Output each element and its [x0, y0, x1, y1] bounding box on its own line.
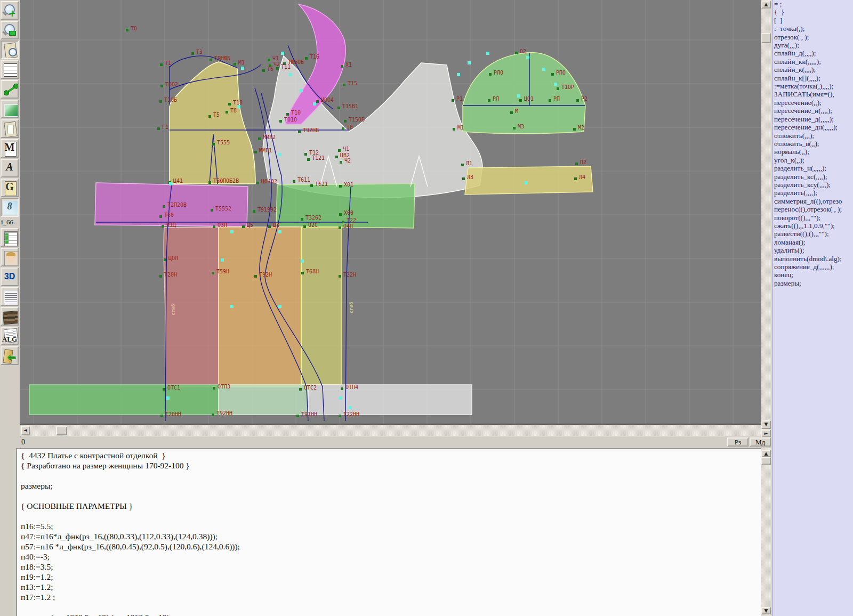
command-item[interactable]: конец; — [772, 271, 853, 279]
command-item[interactable]: выполнить(dmod\.alg); — [772, 255, 853, 263]
command-item[interactable]: удалить(); — [772, 246, 853, 254]
command-item[interactable]: разделить_ксу(,,,,); — [772, 181, 853, 189]
canvas-vscroll-thumb[interactable] — [761, 33, 771, 43]
fold-label: сгиб — [349, 302, 354, 313]
point-label: О3П — [218, 222, 227, 228]
command-item[interactable]: = ; — [772, 0, 853, 8]
command-item[interactable]: размеры; — [772, 279, 853, 287]
grid-button[interactable] — [1, 60, 19, 79]
command-item[interactable]: сплайн_к[](,,,,); — [772, 74, 853, 82]
scroll-down-icon: ▼ — [765, 608, 768, 613]
scroll-left-button[interactable]: ◄ — [21, 426, 30, 435]
point-label: Т611 — [297, 177, 310, 183]
pattern-piece-button[interactable] — [1, 119, 19, 138]
graphics-button[interactable]: G — [1, 179, 19, 197]
command-item[interactable]: разделить(,,,,); — [772, 189, 853, 197]
rz-button[interactable]: Рз — [727, 437, 749, 447]
command-item[interactable]: ломаная(); — [772, 238, 853, 246]
editor-vscroll-thumb[interactable] — [761, 457, 771, 465]
command-item[interactable]: отрезок( , ); — [772, 33, 853, 41]
marker-button[interactable]: M — [1, 139, 19, 158]
pattern-icon — [7, 125, 14, 134]
command-item[interactable]: отложить(,,,); — [772, 132, 853, 140]
command-item[interactable]: сопряжение_д(,,,,,,); — [772, 263, 853, 271]
preview-pattern-button[interactable] — [1, 40, 19, 59]
editor-line — [21, 471, 762, 481]
scroll-right-button[interactable]: ► — [761, 429, 771, 437]
editor-vertical-scrollbar[interactable]: ▲ ▼ — [761, 448, 771, 616]
algorithm-button[interactable]: ALG — [1, 327, 19, 345]
measure-button[interactable] — [1, 80, 19, 99]
command-item[interactable]: пересечение_дн(,,,,,); — [772, 123, 853, 131]
canvas-hscroll-thumb[interactable] — [56, 426, 67, 435]
pattern-canvas[interactable]: Т0Т3Т1ТЯНЮБМ1ТОО2Т1ОБТ18Т8Т5Г1Т555Ч1Ч2Т6… — [20, 0, 761, 425]
command-item[interactable]: пересечение_н(,,,,); — [772, 107, 853, 115]
segment-icon — [5, 85, 17, 94]
spec-list-button[interactable] — [1, 287, 19, 306]
command-item[interactable]: отложить_в(,,); — [772, 140, 853, 148]
command-item[interactable]: ЗАПИСАТЬ(имя=(), — [772, 90, 853, 98]
point-label: ТЮБОБ — [288, 59, 304, 65]
canvas-horizontal-scrollbar[interactable]: ◄ — [20, 425, 761, 436]
command-item[interactable]: [ ] — [772, 17, 853, 25]
point-label: ЦО1 — [524, 96, 534, 102]
editor-line: ппч_ж:=(пр_19*0.5+п19),(пр_18*0.5+п18); — [21, 612, 762, 616]
command-item[interactable]: пересечение_д(,,,,,); — [772, 115, 853, 123]
point-label: Т60 — [164, 212, 174, 218]
algorithm-editor[interactable]: { 4432 Платье с контрастной отделкой }{ … — [16, 448, 762, 616]
ruler-button[interactable]: 8 — [1, 198, 19, 217]
point-label: МИЛ2 — [263, 134, 276, 140]
point-label: Л1 — [466, 160, 472, 166]
editor-text: { 4432 Платье с контрастной отделкой }{ … — [17, 449, 762, 616]
editor-scroll-down-button[interactable]: ▼ — [761, 607, 771, 614]
command-item[interactable]: перенос((),отрезок( , ); — [772, 205, 853, 213]
md-button[interactable]: Мд — [750, 437, 771, 447]
command-item[interactable]: симметрия_л((),отрезо — [772, 197, 853, 205]
editor-line: п19:=1.2; — [21, 572, 762, 582]
green-rect-glyph — [9, 31, 16, 36]
scroll-up-button[interactable]: ▲ — [761, 1, 771, 9]
editor-line: п57:=п16 *л_фнк(рз_16,((80,0.45),(92,0.5… — [21, 541, 762, 552]
command-item[interactable]: сплайн_д(,,,,); — [772, 49, 853, 57]
zoom-window-button[interactable] — [1, 21, 19, 39]
point-label: Т621 — [315, 181, 328, 187]
command-item[interactable]: :=точка(,); — [772, 25, 853, 33]
zoom-in-button[interactable]: + — [1, 1, 19, 20]
command-item[interactable]: разделить_кс(,,,,); — [772, 173, 853, 181]
point-label: Т1 — [165, 60, 171, 66]
command-item[interactable]: поворот((),,,""); — [772, 214, 853, 222]
exit-button[interactable]: ⇐ — [1, 346, 19, 365]
scroll-down-button[interactable]: ▼ — [761, 420, 771, 429]
command-item[interactable]: дуга(,,,); — [772, 41, 853, 49]
point-label: П2 — [580, 159, 586, 165]
command-item[interactable]: угол_к(,,); — [772, 156, 853, 164]
point-label: Л4 — [579, 174, 585, 180]
editor-scroll-up-button[interactable]: ▲ — [761, 450, 771, 457]
editor-line: п47:=п16*л_фнк(рз_16,((80,0.33),(112,0.3… — [21, 531, 762, 541]
point-label: ОТС1 — [167, 385, 180, 391]
command-item[interactable]: сплайн_к(,,,,); — [772, 66, 853, 74]
command-list: = ;{ }[ ]:=точка(,);отрезок( , );дуга(,,… — [772, 0, 853, 287]
point-label: Т0 — [131, 26, 137, 31]
drafting-button[interactable]: A — [1, 159, 19, 177]
table-button[interactable] — [1, 228, 19, 247]
command-item[interactable]: сжать((),,,1.1,0.9,""); — [772, 222, 853, 230]
command-item[interactable]: нормаль(,,); — [772, 148, 853, 156]
command-item[interactable]: { } — [772, 8, 853, 16]
point-label: Т92Н — [259, 272, 272, 278]
command-item[interactable]: сплайн_кк(,,,,,); — [772, 58, 853, 66]
books-icon — [3, 311, 19, 325]
document-icon — [4, 121, 18, 138]
command-item[interactable]: разделить_н(,,,,,); — [772, 164, 853, 172]
archive-button[interactable] — [1, 307, 19, 326]
image-button[interactable] — [1, 100, 19, 118]
command-item[interactable]: :=метка(точка(,),,,,); — [772, 82, 853, 90]
command-item[interactable]: пересечение(,,); — [772, 99, 853, 107]
portrait-icon — [4, 251, 18, 266]
point-label: Т92НН — [216, 410, 232, 416]
point-label: Ц5 — [247, 222, 253, 228]
view-3d-button[interactable]: 3D — [1, 268, 19, 286]
model-photo-button[interactable] — [1, 248, 19, 266]
command-item[interactable]: развести((),(),,,""); — [772, 230, 853, 238]
canvas-vertical-scrollbar[interactable]: ▲ ▼ ► — [761, 0, 771, 438]
